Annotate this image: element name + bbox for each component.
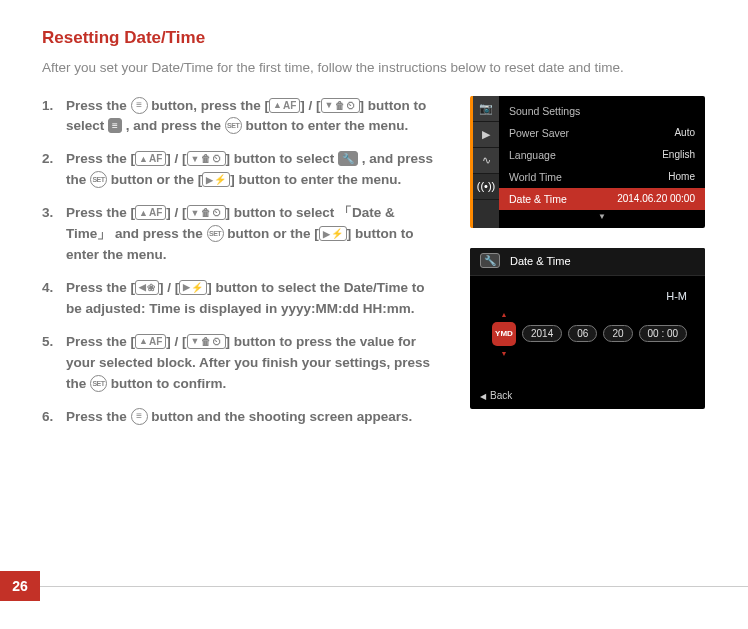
down-delete-timer-icon: ▼🗑⏲	[321, 98, 360, 113]
down-delete-timer-icon: ▼🗑⏲	[187, 205, 226, 220]
set-button-icon: SET	[90, 171, 107, 188]
up-af-icon: ▲AF	[135, 151, 166, 166]
down-delete-timer-icon: ▼🗑⏲	[187, 151, 226, 166]
up-af-icon: ▲AF	[135, 334, 166, 349]
step-3: Press the [▲AF] / [▼🗑⏲] button to select…	[42, 203, 442, 266]
sidebar-icon-wireless[interactable]: ((•))	[473, 174, 499, 200]
menu-item-language[interactable]: LanguageEnglish	[499, 144, 705, 166]
menu-button-icon: ≡	[131, 97, 148, 114]
menu-settings-icon: ≡	[108, 118, 122, 133]
datetime-header-title: Date & Time	[510, 255, 571, 267]
menu-sidebar: 📷 ▶ ∿ ((•))	[473, 96, 499, 228]
wrench-icon: 🔧	[480, 253, 500, 268]
day-value[interactable]: 20	[603, 325, 632, 342]
step-5: Press the [▲AF] / [▼🗑⏲] button to press …	[42, 332, 442, 395]
intro-text: After you set your Date/Time for the fir…	[42, 58, 710, 78]
time-value[interactable]: 00 : 00	[639, 325, 688, 342]
back-button[interactable]: ◀Back	[470, 384, 705, 409]
step-2: Press the [▲AF] / [▼🗑⏲] button to select…	[42, 149, 442, 191]
steps-list: Press the ≡ button, press the [▲AF] / [▼…	[42, 96, 442, 428]
sidebar-icon-camera[interactable]: 📷	[473, 96, 499, 122]
ymd-format-selector[interactable]: YMD	[492, 322, 516, 346]
menu-button-icon: ≡	[131, 408, 148, 425]
set-button-icon: SET	[207, 225, 224, 242]
month-value[interactable]: 06	[568, 325, 597, 342]
right-flash-icon: ▶⚡	[202, 172, 230, 187]
step-6: Press the ≡ button and the shooting scre…	[42, 407, 442, 428]
up-af-icon: ▲AF	[269, 98, 300, 113]
right-flash-icon: ▶⚡	[319, 226, 347, 241]
menu-list: Sound Settings Power SaverAuto LanguageE…	[499, 96, 705, 228]
up-af-icon: ▲AF	[135, 205, 166, 220]
page-title: Resetting Date/Time	[42, 28, 710, 48]
hm-label: H-M	[666, 290, 687, 302]
menu-item-datetime[interactable]: Date & Time2014.06.20 00:00	[499, 188, 705, 210]
year-value[interactable]: 2014	[522, 325, 562, 342]
set-button-icon: SET	[90, 375, 107, 392]
footer-separator	[40, 586, 748, 587]
set-button-icon: SET	[225, 117, 242, 134]
scroll-down-indicator-icon: ▼	[499, 210, 705, 224]
datetime-screen: 🔧 Date & Time H-M YMD 2014 06 20 00 : 00…	[470, 248, 705, 409]
left-macro-icon: ◀❀	[135, 280, 159, 295]
menu-screen: 📷 ▶ ∿ ((•)) Sound Settings Power SaverAu…	[470, 96, 705, 228]
sidebar-icon-play[interactable]: ▶	[473, 122, 499, 148]
right-flash-icon: ▶⚡	[179, 280, 207, 295]
back-arrow-icon: ◀	[480, 392, 486, 401]
sidebar-icon-wave[interactable]: ∿	[473, 148, 499, 174]
wrench-menu-icon: 🔧	[338, 151, 358, 166]
step-1: Press the ≡ button, press the [▲AF] / [▼…	[42, 96, 442, 138]
menu-item-powersaver[interactable]: Power SaverAuto	[499, 122, 705, 144]
step-4: Press the [◀❀] / [▶⚡] button to select t…	[42, 278, 442, 320]
down-delete-timer-icon: ▼🗑⏲	[187, 334, 226, 349]
menu-item-worldtime[interactable]: World TimeHome	[499, 166, 705, 188]
menu-item-sound[interactable]: Sound Settings	[499, 100, 705, 122]
page-number: 26	[0, 571, 40, 601]
